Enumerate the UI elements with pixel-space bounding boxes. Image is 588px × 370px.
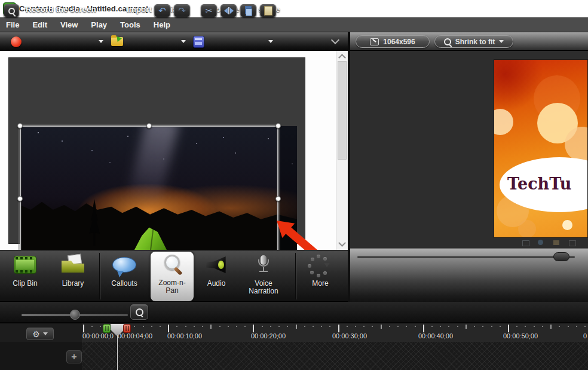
ruler-tick [202, 326, 203, 327]
ruler-tick [134, 326, 135, 327]
scroll-up-arrow-icon[interactable] [338, 54, 346, 62]
track-options-button[interactable]: ⚙ [26, 328, 54, 340]
tab-voice-narration[interactable]: Voice Narration [240, 252, 287, 300]
ruler-tick [321, 326, 322, 327]
import-dropdown-arrow-icon[interactable] [181, 40, 186, 43]
ruler-tick [397, 326, 399, 327]
preview-clip-image[interactable]: TechTu [494, 59, 588, 238]
ruler-tick [219, 326, 220, 327]
undo-button[interactable]: ↶ [154, 4, 170, 17]
split-icon [224, 8, 228, 14]
scrubber-track[interactable] [357, 256, 575, 258]
menu-item-tools[interactable]: Tools [120, 20, 140, 29]
ruler-tick [381, 325, 382, 329]
canvas-scrollbar[interactable] [336, 51, 348, 250]
selection-handle-mid-right[interactable] [275, 196, 281, 201]
ruler-tick [194, 326, 195, 327]
menu-item-edit[interactable]: Edit [32, 20, 47, 29]
timeline-toolbar [0, 302, 588, 323]
tab-more[interactable]: More [299, 252, 342, 300]
record-dropdown-arrow-icon[interactable] [99, 40, 103, 43]
ruler-tick [559, 326, 560, 327]
ruler-tick [372, 326, 373, 327]
ruler-tick [244, 326, 246, 327]
ruler-tick [525, 326, 526, 327]
canvas-scrollbar-thumb[interactable] [338, 61, 347, 160]
ruler-tick [568, 326, 569, 327]
ruler-tick [151, 326, 152, 327]
ruler-tick [440, 326, 441, 327]
ruler-tick [83, 325, 84, 332]
record-screen-button[interactable]: Record the screen [26, 5, 96, 14]
produce-dropdown-arrow-icon[interactable] [268, 40, 273, 43]
tab-label: Audio [197, 280, 235, 288]
empty-track-pattern[interactable] [82, 342, 588, 370]
menu-item-play[interactable]: Play [91, 20, 107, 29]
tab-zoom-n-pan[interactable]: Zoom-n-Pan [151, 252, 194, 301]
ruler-tick [236, 326, 237, 327]
scrubber-thumb[interactable] [553, 252, 569, 261]
menu-item-file[interactable]: File [6, 20, 19, 29]
magnifier-icon [444, 38, 451, 45]
ruler-tick [406, 326, 407, 327]
timeline-zoom-slider-thumb[interactable] [70, 310, 80, 320]
ruler-tick [466, 325, 467, 329]
tab-label: Voice Narration [240, 280, 287, 295]
menu-bar: File Edit View Play Tools Help [0, 17, 588, 32]
more-icon [317, 255, 320, 258]
ruler-time-label: 00:00:40;00 [418, 332, 453, 340]
ruler-tick [576, 326, 577, 327]
ruler-tick [415, 326, 416, 327]
selection-handle-mid-left[interactable] [17, 196, 23, 201]
selection-handle-top-left[interactable] [17, 123, 23, 129]
tab-library[interactable]: Library [54, 252, 92, 300]
tab-clip-bin[interactable]: Clip Bin [6, 252, 44, 300]
ruler-time-label: 00:00:50;00 [503, 332, 538, 340]
selection-out-marker[interactable] [123, 324, 131, 333]
bokeh-circle [494, 109, 513, 135]
add-track-button[interactable]: + [66, 350, 82, 363]
selection-in-marker[interactable] [103, 324, 111, 333]
ruler-time-label: 00:00:30;00 [332, 332, 367, 340]
redo-button[interactable]: ↷ [174, 4, 190, 17]
tab-audio[interactable]: Audio [197, 252, 235, 300]
timeline-zoom-out-button[interactable] [4, 4, 19, 17]
resize-icon [370, 38, 379, 45]
callouts-icon [112, 257, 136, 273]
audio-icon [206, 256, 226, 273]
camtasia-window: C Camtasia Studio - Untitled.camproj Fil… [0, 0, 588, 370]
paste-button[interactable] [260, 4, 276, 17]
ruler-tick [389, 326, 390, 327]
menu-item-help[interactable]: Help [154, 20, 170, 29]
ruler-tick [347, 326, 348, 327]
ruler-tick [500, 326, 501, 327]
ruler-tick [448, 326, 449, 327]
ruler-tick [534, 326, 535, 327]
timeline-ruler[interactable]: 00:00:00;000:00:04;0000:00:10;0000:00:20… [82, 323, 588, 343]
timeline-ruler-row: 00:00:00;000:00:04;0000:00:10;0000:00:20… [0, 323, 588, 342]
selection-handle-top-right[interactable] [275, 123, 281, 129]
tab-callouts[interactable]: Callouts [103, 252, 146, 300]
ruler-tick [262, 326, 263, 327]
canvas-size-button[interactable]: 1064x596 [356, 35, 430, 48]
ruler-tick [168, 325, 169, 332]
timeline-zoom-in-button[interactable] [130, 304, 148, 320]
scroll-down-arrow-icon[interactable] [338, 239, 346, 247]
ruler-time-label: 00:00:00;0 [82, 332, 114, 340]
ruler-tick [304, 326, 305, 327]
ruler-tick [491, 326, 492, 327]
menu-item-view[interactable]: View [60, 20, 78, 29]
ruler-tick [270, 326, 271, 327]
main-toolbar [0, 32, 348, 51]
split-button[interactable] [220, 4, 237, 17]
bokeh-circle [562, 220, 572, 230]
copy-button[interactable] [240, 4, 256, 17]
ruler-tick [482, 326, 483, 327]
more-dropdown-arrow-icon [324, 263, 330, 267]
redo-icon: ↷ [178, 7, 186, 16]
produce-share-icon [193, 36, 204, 48]
cut-button[interactable]: ✂ [201, 4, 217, 17]
selection-handle-top-center[interactable] [146, 123, 152, 129]
zoom-fit-button[interactable]: Shrink to fit [434, 35, 513, 48]
preview-panel: TechTu [350, 51, 588, 248]
